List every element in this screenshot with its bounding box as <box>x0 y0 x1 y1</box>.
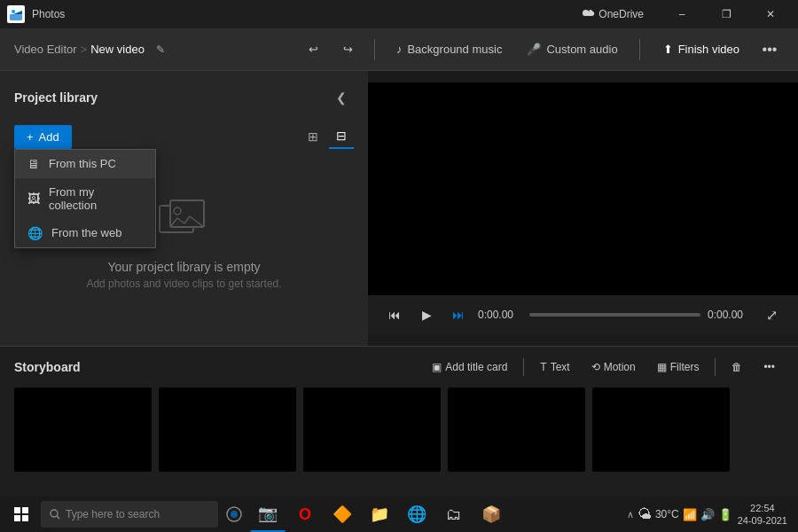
filters-button[interactable]: ▦ Filters <box>648 357 708 377</box>
text-button[interactable]: T Text <box>531 357 578 377</box>
svg-rect-8 <box>14 515 20 521</box>
dropdown-item-from-collection[interactable]: 🖼 From my collection <box>15 178 155 219</box>
right-panel: ⏮ ▶ ⏭ 0:00.00 0:00.00 ⤢ <box>368 71 798 346</box>
empty-title: Your project library is empty <box>107 260 260 274</box>
edit-title-button[interactable]: ✎ <box>152 41 169 59</box>
svg-point-0 <box>12 10 15 13</box>
text-label: Text <box>551 361 570 373</box>
taskbar-app-unknown1[interactable]: 🗂 <box>436 497 472 532</box>
rewind-button[interactable]: ⏮ <box>382 302 407 327</box>
audio-icon: 🎤 <box>527 43 541 56</box>
add-button[interactable]: + Add 🖥 From this PC 🖼 From my collectio… <box>14 125 72 149</box>
title-bar-controls: OneDrive – ❐ ✕ <box>583 0 791 28</box>
svg-rect-7 <box>22 507 28 513</box>
grid-view-large-button[interactable]: ⊞ <box>301 124 325 149</box>
collection-icon: 🖼 <box>27 192 40 206</box>
clip-4[interactable] <box>448 387 585 472</box>
video-preview <box>368 82 798 295</box>
music-icon: ♪ <box>396 43 403 56</box>
title-bar-left: Photos <box>7 5 65 23</box>
filters-icon: ▦ <box>657 361 667 373</box>
clock-date: 24-09-2021 <box>738 514 787 527</box>
clip-5[interactable] <box>592 387 730 472</box>
panel-tools: + Add 🖥 From this PC 🖼 From my collectio… <box>14 124 354 149</box>
svg-rect-1 <box>10 14 22 20</box>
text-icon: T <box>540 361 546 373</box>
storyboard-tools: ▣ Add title card T Text ⟲ Motion ▦ Filte… <box>423 357 784 377</box>
breadcrumb-parent[interactable]: Video Editor <box>14 43 77 56</box>
chevron-icon[interactable]: ∧ <box>627 509 634 520</box>
redo-button[interactable]: ↪ <box>332 37 364 61</box>
add-dropdown-menu: 🖥 From this PC 🖼 From my collection 🌐 Fr… <box>14 149 156 248</box>
panel-header: Project library ❮ <box>14 85 354 110</box>
cortana-button[interactable] <box>220 500 248 528</box>
main-content: Project library ❮ + Add 🖥 From this PC 🖼… <box>0 71 798 346</box>
progress-bar[interactable] <box>529 313 700 317</box>
taskbar-app-vlc[interactable]: 🔶 <box>325 497 360 532</box>
title-bar: Photos OneDrive – ❐ ✕ <box>0 0 798 28</box>
toolbar-left: Video Editor > New video ✎ <box>14 41 298 59</box>
toolbar: Video Editor > New video ✎ ↩ ↪ ♪ Backgro… <box>0 28 798 71</box>
system-clock[interactable]: 22:54 24-09-2021 <box>738 502 787 528</box>
taskbar-app-chrome[interactable]: 🌐 <box>399 497 434 532</box>
motion-button[interactable]: ⟲ Motion <box>583 357 645 377</box>
temperature-display: 30°C <box>655 508 679 520</box>
custom-audio-label: Custom audio <box>546 43 617 56</box>
custom-audio-button[interactable]: 🎤 Custom audio <box>516 37 628 61</box>
battery-icon: 🔋 <box>718 508 732 521</box>
from-pc-label: From this PC <box>49 157 116 170</box>
clip-2[interactable] <box>159 387 296 472</box>
storyboard: Storyboard ▣ Add title card T Text ⟲ Mot… <box>0 346 798 497</box>
grid-view-small-button[interactable]: ⊟ <box>329 124 354 149</box>
breadcrumb-current: New video <box>90 43 145 56</box>
network-icon: 📶 <box>683 508 697 521</box>
taskbar-app-opera[interactable]: O <box>287 497 323 532</box>
clock-time: 22:54 <box>750 502 775 514</box>
svg-point-13 <box>231 511 238 518</box>
dropdown-item-from-pc[interactable]: 🖥 From this PC <box>15 150 155 178</box>
empty-sub: Add photos and video clips to get starte… <box>86 278 281 290</box>
clip-1[interactable] <box>14 387 152 472</box>
onedrive-label: OneDrive <box>598 8 644 20</box>
collapse-panel-button[interactable]: ❮ <box>329 85 354 110</box>
time-end: 0:00.00 <box>708 309 752 321</box>
pc-icon: 🖥 <box>27 157 40 171</box>
search-bar[interactable]: Type here to search <box>41 501 218 528</box>
taskbar-app-files[interactable]: 📁 <box>362 497 397 532</box>
storyboard-more-button[interactable]: ••• <box>755 357 784 377</box>
time-start: 0:00.00 <box>478 309 522 321</box>
view-buttons: ⊞ ⊟ <box>301 124 354 149</box>
finish-video-button[interactable]: ⬆ Finish video <box>651 37 752 61</box>
background-music-label: Background music <box>407 43 502 56</box>
app-title: Photos <box>32 8 65 20</box>
dropdown-item-from-web[interactable]: 🌐 From the web <box>15 219 155 247</box>
expand-button[interactable]: ⤢ <box>759 302 784 327</box>
undo-button[interactable]: ↩ <box>298 37 329 61</box>
storyboard-sep-1 <box>523 358 524 376</box>
taskbar-right: ∧ 🌤 30°C 📶 🔊 🔋 22:54 24-09-2021 <box>620 502 794 528</box>
background-music-button[interactable]: ♪ Background music <box>386 37 512 61</box>
export-icon: ⬆ <box>663 43 673 56</box>
maximize-button[interactable]: ❐ <box>706 0 747 28</box>
panel-title: Project library <box>14 90 98 105</box>
weather-icon: 🌤 <box>638 506 652 522</box>
taskbar-app-photos[interactable]: 📷 <box>250 497 286 532</box>
clip-3[interactable] <box>303 387 441 472</box>
plus-icon: + <box>27 130 34 144</box>
close-button[interactable]: ✕ <box>750 0 791 28</box>
play-button[interactable]: ▶ <box>414 302 439 327</box>
start-button[interactable] <box>4 497 39 532</box>
motion-label: Motion <box>604 361 636 373</box>
delete-button[interactable]: 🗑 <box>723 357 751 377</box>
search-placeholder: Type here to search <box>66 508 160 520</box>
breadcrumb: Video Editor > New video <box>14 43 145 56</box>
more-options-button[interactable]: ••• <box>755 35 784 64</box>
app-icon <box>7 5 25 23</box>
filters-label: Filters <box>670 361 700 373</box>
taskbar-app-unknown2[interactable]: 📦 <box>473 497 509 532</box>
volume-icon: 🔊 <box>700 508 715 521</box>
fast-forward-button[interactable]: ⏭ <box>446 302 471 327</box>
svg-line-11 <box>57 516 59 519</box>
minimize-button[interactable]: – <box>661 0 702 28</box>
add-title-card-button[interactable]: ▣ Add title card <box>423 357 516 377</box>
